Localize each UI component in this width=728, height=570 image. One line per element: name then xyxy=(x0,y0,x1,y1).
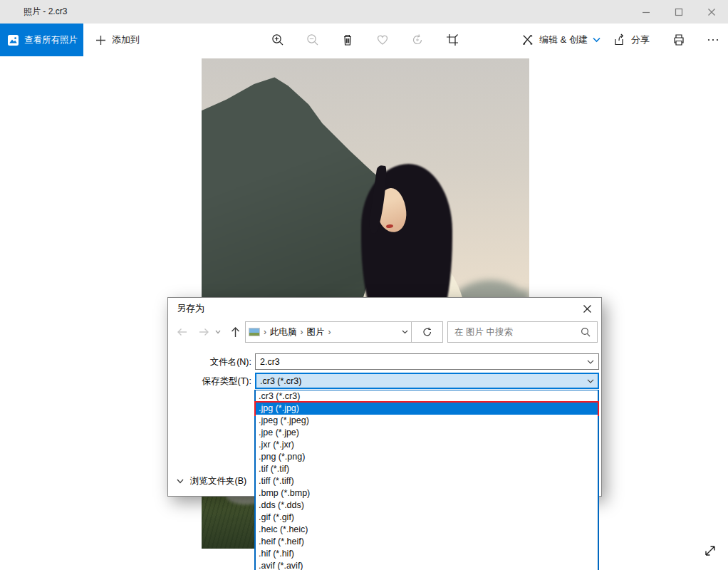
breadcrumb-separator: › xyxy=(328,327,331,337)
filetype-option[interactable]: .tif (*.tif) xyxy=(256,463,598,475)
crop-button[interactable] xyxy=(442,30,462,50)
browse-folders-button[interactable]: 浏览文件夹(B) xyxy=(177,475,246,487)
photos-app-icon xyxy=(7,34,19,46)
share-label: 分享 xyxy=(631,33,650,46)
edit-pencil-icon xyxy=(521,33,534,46)
filetype-option[interactable]: .tiff (*.tiff) xyxy=(256,475,598,487)
back-arrow-icon xyxy=(177,327,188,337)
photos-app-window: 照片 - 2.cr3 查看所有照片 添加到 xyxy=(0,0,728,570)
breadcrumb-pictures[interactable]: 图片 xyxy=(307,326,325,338)
filetype-select[interactable]: .cr3 (*.cr3) xyxy=(255,373,599,389)
edit-create-label: 编辑 & 创建 xyxy=(539,33,588,46)
maximize-button[interactable] xyxy=(662,0,695,24)
recent-locations-button[interactable] xyxy=(212,323,224,341)
chevron-down-icon xyxy=(593,37,600,43)
filetype-option[interactable]: .cr3 (*.cr3) xyxy=(256,390,598,403)
up-button[interactable] xyxy=(227,323,244,341)
see-all-photos-button[interactable]: 查看所有照片 xyxy=(0,24,83,56)
filetype-option[interactable]: .dds (*.dds) xyxy=(256,499,598,512)
chevron-down-icon xyxy=(402,330,408,334)
up-arrow-icon xyxy=(230,326,241,338)
forward-button[interactable] xyxy=(195,323,212,341)
refresh-button[interactable] xyxy=(412,321,443,343)
search-placeholder: 在 图片 中搜索 xyxy=(454,326,513,338)
print-button[interactable] xyxy=(669,30,689,50)
dialog-title: 另存为 xyxy=(177,302,204,315)
plus-icon xyxy=(95,35,106,46)
rotate-button[interactable] xyxy=(407,30,427,50)
rotate-icon xyxy=(411,33,424,46)
zoom-out-icon xyxy=(306,33,319,46)
address-dropdown-button[interactable] xyxy=(402,330,408,334)
filetype-option[interactable]: .jpeg (*.jpeg) xyxy=(256,415,598,427)
filename-input[interactable]: 2.cr3 xyxy=(255,353,599,370)
address-bar[interactable]: › 此电脑 › 图片 › xyxy=(245,321,412,343)
search-input[interactable]: 在 图片 中搜索 xyxy=(447,321,598,343)
breadcrumb-this-pc[interactable]: 此电脑 xyxy=(270,326,297,338)
share-icon xyxy=(613,33,626,46)
ellipsis-icon xyxy=(707,33,719,46)
favorite-button[interactable] xyxy=(373,30,392,50)
share-button[interactable]: 分享 xyxy=(613,24,650,56)
filetype-option[interactable]: .gif (*.gif) xyxy=(256,512,598,524)
browse-folders-label: 浏览文件夹(B) xyxy=(190,475,246,487)
fullscreen-expand-button[interactable] xyxy=(701,542,719,560)
filetype-option[interactable]: .hif (*.hif) xyxy=(256,548,598,560)
close-button[interactable] xyxy=(695,0,728,24)
dialog-close-button[interactable] xyxy=(578,301,596,316)
refresh-icon xyxy=(422,327,432,337)
filename-value: 2.cr3 xyxy=(260,357,280,367)
delete-button[interactable] xyxy=(338,30,358,50)
chevron-down-icon xyxy=(177,479,184,484)
window-title: 照片 - 2.cr3 xyxy=(0,6,67,18)
titlebar: 照片 - 2.cr3 xyxy=(0,0,728,24)
filename-label: 文件名(N): xyxy=(168,356,251,368)
close-icon xyxy=(583,304,592,314)
back-button[interactable] xyxy=(174,323,191,341)
toolbar: 查看所有照片 添加到 编辑 & 创建 xyxy=(0,24,728,56)
filetype-label: 保存类型(T): xyxy=(168,375,251,388)
more-button[interactable] xyxy=(703,30,723,50)
printer-icon xyxy=(672,33,685,46)
pictures-folder-icon xyxy=(249,328,260,336)
forward-arrow-icon xyxy=(198,327,209,337)
chevron-down-icon[interactable] xyxy=(587,360,594,364)
filetype-option[interactable]: .bmp (*.bmp) xyxy=(256,487,598,499)
filetype-option[interactable]: .heif (*.heif) xyxy=(256,536,598,548)
filetype-option[interactable]: .heic (*.heic) xyxy=(256,524,598,536)
filetype-option[interactable]: .jpe (*.jpe) xyxy=(256,427,598,439)
filetype-option[interactable]: .jpg (*.jpg) xyxy=(256,403,598,415)
search-icon xyxy=(581,327,591,337)
filetype-dropdown-list: .cr3 (*.cr3).jpg (*.jpg).jpeg (*.jpeg).j… xyxy=(254,390,599,570)
heart-icon xyxy=(376,33,389,46)
zoom-in-button[interactable] xyxy=(268,30,288,50)
zoom-in-icon xyxy=(271,33,284,46)
filetype-option[interactable]: .avif (*.avif) xyxy=(256,560,598,570)
breadcrumb-separator: › xyxy=(301,327,303,337)
expand-diagonal-icon xyxy=(703,544,717,558)
edit-create-button[interactable]: 编辑 & 创建 xyxy=(521,24,600,56)
breadcrumb-separator: › xyxy=(264,327,266,337)
see-all-photos-label: 查看所有照片 xyxy=(24,34,78,46)
filetype-value: .cr3 (*.cr3) xyxy=(260,376,301,386)
trash-icon xyxy=(341,33,354,46)
filetype-option[interactable]: .png (*.png) xyxy=(256,451,598,463)
chevron-down-icon[interactable] xyxy=(587,379,594,383)
dialog-navigation-row: › 此电脑 › 图片 › 在 图片 中搜索 xyxy=(168,320,603,344)
minimize-button[interactable] xyxy=(630,0,662,24)
add-to-label: 添加到 xyxy=(112,33,140,46)
zoom-out-button[interactable] xyxy=(303,30,323,50)
chevron-down-icon xyxy=(215,330,221,334)
filetype-option[interactable]: .jxr (*.jxr) xyxy=(256,439,598,451)
add-to-button[interactable]: 添加到 xyxy=(90,24,145,56)
crop-icon xyxy=(446,33,459,46)
